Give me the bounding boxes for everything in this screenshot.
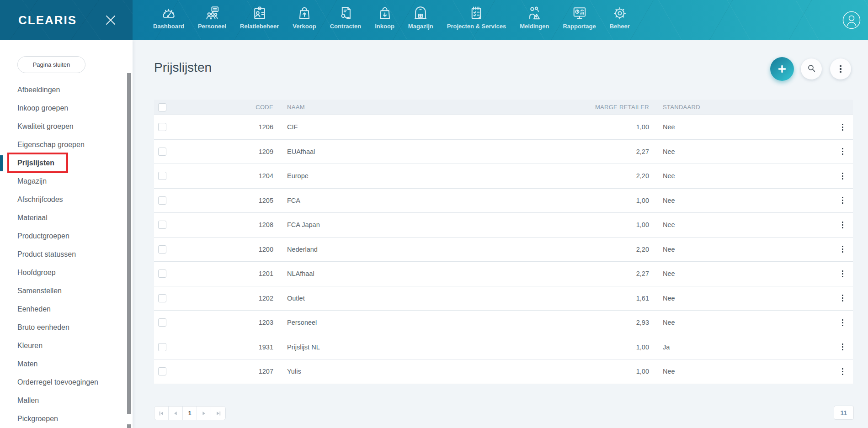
nav-item-dashboard[interactable]: Dashboard (146, 0, 191, 30)
table-row[interactable]: 1200Nederland2,20Nee (154, 238, 853, 262)
nav-item-label: Beheer (610, 23, 630, 30)
nav-item-inkoop[interactable]: Inkoop (368, 0, 401, 30)
kebab-icon (842, 148, 843, 155)
rapportage-icon (571, 5, 588, 21)
sidebar-item-kleuren[interactable]: Kleuren (0, 337, 133, 355)
sidebar-item-hoofdgroep[interactable]: Hoofdgroep (0, 264, 133, 282)
row-actions-button[interactable] (832, 148, 853, 155)
column-header-standaard[interactable]: STANDAARD (649, 104, 832, 111)
cell-naam: Europe (273, 172, 567, 180)
cell-standaard: Nee (649, 295, 832, 302)
main-content: Prijslijsten CODE NAAM MARGE RETAILER ST… (133, 40, 868, 428)
nav-item-verkoop[interactable]: Verkoop (286, 0, 323, 30)
row-checkbox[interactable] (158, 318, 166, 327)
row-checkbox[interactable] (158, 196, 166, 205)
nav-item-magazijn[interactable]: Magazijn (401, 0, 440, 30)
sidebar-item-pickgroepen[interactable]: Pickgroepen (0, 410, 133, 428)
nav-item-meldingen[interactable]: Meldingen (513, 0, 556, 30)
sidebar-scrollbar[interactable] (127, 73, 131, 414)
next-page-button[interactable] (197, 407, 211, 420)
select-all-checkbox[interactable] (158, 103, 166, 111)
row-checkbox[interactable] (158, 148, 166, 156)
dashboard-icon (160, 5, 177, 21)
row-actions-button[interactable] (832, 343, 853, 350)
nav-item-personeel[interactable]: Personeel (191, 0, 233, 30)
sidebar-item-eenheden[interactable]: Eenheden (0, 300, 133, 318)
sidebar-item-kwaliteit-groepen[interactable]: Kwaliteit groepen (0, 117, 133, 136)
sidebar-item-bruto-eenheden[interactable]: Bruto eenheden (0, 318, 133, 337)
magazijn-icon (412, 5, 429, 21)
row-actions-button[interactable] (832, 197, 853, 204)
table-row[interactable]: 1931Prijslijst NL1,00Ja (154, 335, 853, 360)
cell-marge-retailer: 1,00 (567, 197, 649, 204)
sidebar-item-mallen[interactable]: Mallen (0, 391, 133, 410)
user-avatar[interactable] (842, 11, 861, 29)
sidebar-item-productgroepen[interactable]: Productgroepen (0, 227, 133, 245)
row-checkbox[interactable] (158, 245, 166, 254)
row-checkbox[interactable] (158, 294, 166, 302)
column-header-marge[interactable]: MARGE RETAILER (567, 104, 649, 111)
column-header-code[interactable]: CODE (174, 104, 273, 111)
sidebar-scrollbar-end[interactable] (127, 424, 131, 428)
cell-standaard: Nee (649, 246, 832, 253)
kebab-icon (842, 173, 843, 180)
row-actions-button[interactable] (832, 222, 853, 228)
row-checkbox[interactable] (158, 269, 166, 278)
table-row[interactable]: 1206CIF1,00Nee (154, 115, 853, 140)
table-row[interactable]: 1203Personeel2,93Nee (154, 311, 853, 335)
nav-item-contracten[interactable]: Contracten (323, 0, 368, 30)
table-row[interactable]: 1207Yulis1,00Nee (154, 359, 853, 384)
table-row[interactable]: 1201NLAfhaal2,27Nee (154, 262, 853, 286)
first-page-button[interactable] (154, 407, 169, 420)
row-checkbox[interactable] (158, 123, 166, 131)
sidebar-item-materiaal[interactable]: Materiaal (0, 209, 133, 227)
sidebar-item-eigenschap-groepen[interactable]: Eigenschap groepen (0, 136, 133, 154)
search-button[interactable] (801, 58, 822, 79)
nav-item-beheer[interactable]: Beheer (603, 0, 637, 30)
sidebar-item-afschrijfcodes[interactable]: Afschrijfcodes (0, 190, 133, 209)
more-options-button[interactable] (830, 58, 851, 79)
sidebar-item-inkoop-groepen[interactable]: Inkoop groepen (0, 99, 133, 117)
row-actions-button[interactable] (832, 124, 853, 131)
cell-standaard: Ja (649, 343, 832, 351)
nav-item-rapportage[interactable]: Rapportage (556, 0, 602, 30)
nav-item-projecten-services[interactable]: Projecten & Services (440, 0, 513, 30)
row-actions-button[interactable] (832, 246, 853, 253)
nav-item-relatiebeheer[interactable]: Relatiebeheer (233, 0, 286, 30)
pagination: 1 (154, 406, 226, 420)
sidebar-item-orderregel-toevoegingen[interactable]: Orderregel toevoegingen (0, 373, 133, 391)
sidebar-item-prijslijsten[interactable]: Prijslijsten (0, 154, 133, 172)
table-row[interactable]: 1208FCA Japan1,00Nee (154, 213, 853, 238)
row-checkbox[interactable] (158, 367, 166, 375)
row-actions-button[interactable] (832, 295, 853, 301)
close-icon[interactable] (103, 12, 118, 28)
row-checkbox[interactable] (158, 221, 166, 229)
row-actions-button[interactable] (832, 319, 853, 326)
cell-code: 1202 (174, 295, 273, 302)
kebab-icon (842, 124, 843, 131)
close-page-button[interactable]: Pagina sluiten (17, 56, 85, 73)
cell-standaard: Nee (649, 319, 832, 326)
sidebar-item-samenstellen[interactable]: Samenstellen (0, 282, 133, 300)
table-row[interactable]: 1209EUAfhaal2,27Nee (154, 140, 853, 164)
sidebar-item-maten[interactable]: Maten (0, 355, 133, 373)
last-page-button[interactable] (211, 407, 225, 420)
sidebar: Pagina sluiten AfbeeldingenInkoop groepe… (0, 40, 133, 428)
table-row[interactable]: 1204Europe2,20Nee (154, 164, 853, 189)
kebab-icon (842, 343, 843, 350)
add-button[interactable] (770, 57, 794, 81)
sidebar-item-magazijn[interactable]: Magazijn (0, 172, 133, 190)
column-header-naam[interactable]: NAAM (273, 104, 567, 111)
prev-page-button[interactable] (169, 407, 183, 420)
current-page-button[interactable]: 1 (183, 407, 197, 420)
sidebar-item-product-statussen[interactable]: Product statussen (0, 245, 133, 264)
row-actions-button[interactable] (832, 368, 853, 375)
table-row[interactable]: 1205FCA1,00Nee (154, 189, 853, 213)
table-row[interactable]: 1202Outlet1,61Nee (154, 286, 853, 311)
row-checkbox[interactable] (158, 343, 166, 351)
sidebar-item-afbeeldingen[interactable]: Afbeeldingen (0, 81, 133, 99)
cell-standaard: Nee (649, 197, 832, 204)
row-actions-button[interactable] (832, 173, 853, 180)
row-actions-button[interactable] (832, 270, 853, 277)
row-checkbox[interactable] (158, 172, 166, 180)
